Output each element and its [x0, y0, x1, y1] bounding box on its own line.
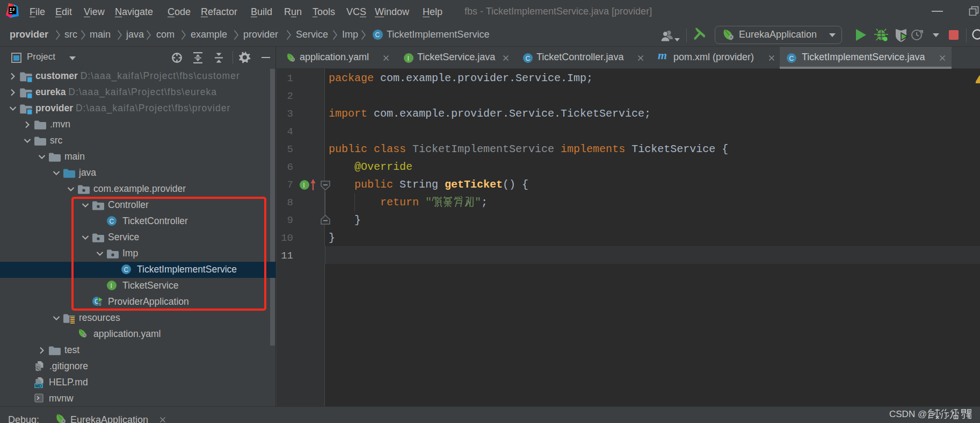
svg-text:IJ: IJ [10, 7, 15, 12]
svg-text:C: C [375, 31, 380, 39]
svg-text:I: I [303, 182, 304, 189]
